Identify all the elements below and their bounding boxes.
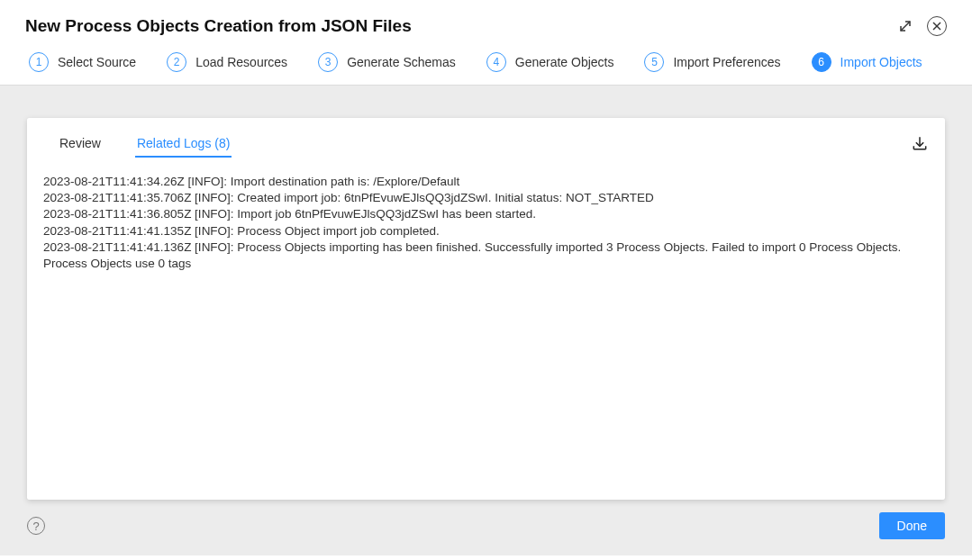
step-number: 5 xyxy=(644,52,664,72)
step-1[interactable]: 1Select Source xyxy=(29,52,136,72)
step-number: 2 xyxy=(167,52,186,72)
step-5[interactable]: 5Import Preferences xyxy=(644,52,780,72)
results-panel: Review Related Logs (8) 2023-08-21T11:41… xyxy=(27,118,945,500)
help-icon: ? xyxy=(32,519,39,533)
step-6[interactable]: 6Import Objects xyxy=(812,52,922,72)
download-icon[interactable] xyxy=(911,134,929,156)
step-3[interactable]: 3Generate Schemas xyxy=(318,52,456,72)
tab-related-logs[interactable]: Related Logs (8) xyxy=(135,132,232,158)
step-number: 1 xyxy=(29,52,49,72)
log-line: 2023-08-21T11:41:35.706Z [INFO]: Created… xyxy=(43,190,929,206)
step-label: Generate Objects xyxy=(515,55,614,69)
log-line: 2023-08-21T11:41:34.26Z [INFO]: Import d… xyxy=(43,174,929,190)
help-button[interactable]: ? xyxy=(27,517,45,535)
log-line: 2023-08-21T11:41:36.805Z [INFO]: Import … xyxy=(43,206,929,222)
done-button[interactable]: Done xyxy=(879,512,945,539)
step-label: Load Resources xyxy=(195,55,287,69)
wizard-steps: 1Select Source2Load Resources3Generate S… xyxy=(0,45,972,86)
dialog-footer: ? Done xyxy=(27,500,945,539)
step-number: 6 xyxy=(812,52,831,72)
step-label: Select Source xyxy=(58,55,136,69)
tabs: Review Related Logs (8) xyxy=(43,132,232,158)
step-label: Import Preferences xyxy=(673,55,780,69)
step-number: 4 xyxy=(486,52,506,72)
tabs-row: Review Related Logs (8) xyxy=(43,132,929,165)
log-content: 2023-08-21T11:41:34.26Z [INFO]: Import d… xyxy=(43,165,929,272)
log-line: 2023-08-21T11:41:41.136Z [INFO]: Process… xyxy=(43,239,929,272)
log-line: 2023-08-21T11:41:41.135Z [INFO]: Process… xyxy=(43,223,929,239)
dialog-body: Review Related Logs (8) 2023-08-21T11:41… xyxy=(0,86,972,555)
dialog-header: New Process Objects Creation from JSON F… xyxy=(0,0,972,45)
close-button[interactable] xyxy=(927,16,947,36)
step-4[interactable]: 4Generate Objects xyxy=(486,52,614,72)
close-icon xyxy=(927,16,947,36)
svg-line-0 xyxy=(901,22,910,31)
header-actions xyxy=(896,16,947,36)
step-2[interactable]: 2Load Resources xyxy=(167,52,287,72)
expand-icon[interactable] xyxy=(896,17,914,35)
step-label: Import Objects xyxy=(840,55,922,69)
step-label: Generate Schemas xyxy=(347,55,456,69)
tab-review[interactable]: Review xyxy=(58,132,103,158)
dialog-title: New Process Objects Creation from JSON F… xyxy=(25,16,412,36)
step-number: 3 xyxy=(318,52,338,72)
